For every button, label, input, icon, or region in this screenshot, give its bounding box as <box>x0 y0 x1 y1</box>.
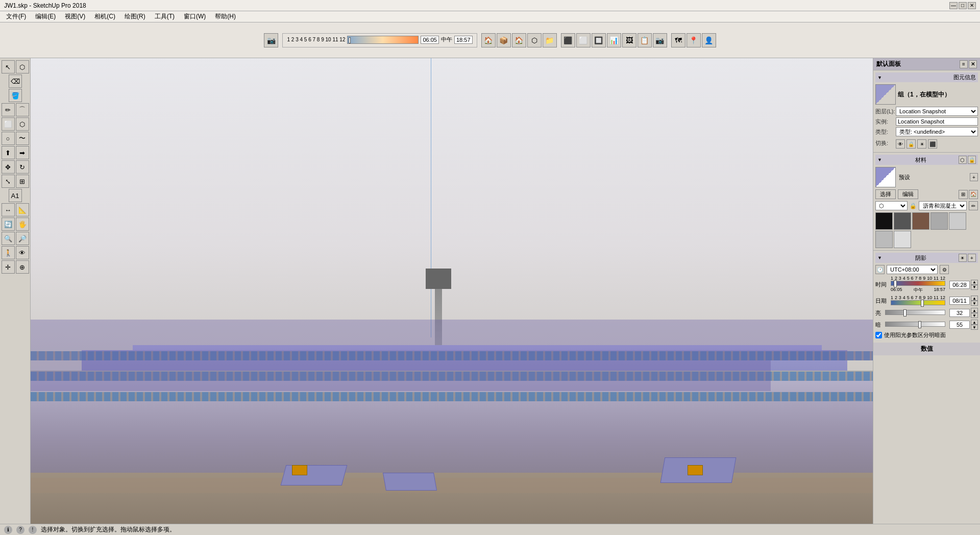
toolbar-scene2[interactable]: 📦 <box>497 33 511 47</box>
edit-tab[interactable]: 编辑 <box>898 189 918 199</box>
push-pull-tool[interactable]: ⬆ <box>2 146 15 159</box>
bright-spin-down[interactable]: ▼ <box>971 313 978 318</box>
toolbar-view5[interactable]: 🖼 <box>622 33 636 47</box>
freehand-tool[interactable]: 〜 <box>16 132 29 145</box>
time-bar[interactable] <box>347 36 419 44</box>
date-spin-up[interactable]: ▲ <box>971 296 978 301</box>
bright-spin-up[interactable]: ▲ <box>971 308 978 313</box>
swatch-light-gray[interactable] <box>930 212 948 230</box>
sun-checkbox[interactable] <box>875 332 882 338</box>
shadow-section-title[interactable]: ▼ 阴影 ☀ + <box>875 253 978 263</box>
mat-home-icon[interactable]: 🏠 <box>969 190 978 199</box>
protractor-tool[interactable]: 📐 <box>16 203 29 216</box>
time-spin-up[interactable]: ▲ <box>971 280 978 285</box>
instance-input[interactable] <box>896 117 978 126</box>
toggle-cast-shadow[interactable]: ☀ <box>917 139 926 149</box>
close-button[interactable]: ✕ <box>968 2 976 9</box>
swatch-black[interactable] <box>875 212 893 230</box>
toolbar-scene4[interactable]: ⬡ <box>527 33 542 47</box>
line-tool[interactable]: ✏ <box>2 103 15 116</box>
material-pencil[interactable]: ✏ <box>969 201 978 210</box>
material-add-icon[interactable]: + <box>970 173 978 181</box>
menu-camera[interactable]: 相机(C) <box>90 11 119 22</box>
bright-thumb[interactable] <box>903 309 906 317</box>
polygon-tool[interactable]: ⬡ <box>16 117 29 131</box>
shadow-icon-1[interactable]: ☀ <box>959 254 967 262</box>
swatch-light-gray-4[interactable] <box>894 231 911 248</box>
material-category-select[interactable]: ⬡ <box>875 201 908 210</box>
material-section-title[interactable]: ▼ 材料 ⬡ 🔒 <box>875 155 978 165</box>
status-help-icon[interactable]: ? <box>16 526 24 534</box>
time-slider-thumb[interactable] <box>894 280 897 287</box>
arc-tool[interactable]: ⌒ <box>16 103 29 116</box>
menu-edit[interactable]: 编辑(E) <box>31 11 60 22</box>
bright-input[interactable] <box>949 309 970 317</box>
maximize-button[interactable]: □ <box>959 2 967 9</box>
date-value-input[interactable] <box>949 297 970 305</box>
material-icon-2[interactable]: 🔒 <box>968 156 976 164</box>
text-tool[interactable]: A1 <box>9 189 22 202</box>
eraser-tool[interactable]: ⌫ <box>9 75 22 88</box>
toolbar-geo2[interactable]: 📍 <box>687 33 701 47</box>
entity-info-title[interactable]: ▼ 图元信息 <box>875 72 978 82</box>
time-slider-gradient[interactable] <box>891 281 945 286</box>
select-tab[interactable]: 选择 <box>875 189 896 199</box>
dark-slider[interactable] <box>885 322 945 327</box>
dark-input[interactable] <box>949 321 970 329</box>
swatch-light-gray-2[interactable] <box>949 212 966 230</box>
zoom-tool[interactable]: 🔍 <box>2 232 15 245</box>
toolbar-view1[interactable]: ⬛ <box>561 33 575 47</box>
type-select[interactable]: 类型: <undefined> <box>896 127 978 136</box>
material-name-select[interactable]: 沥青和混凝土 <box>919 201 967 210</box>
walk-tool[interactable]: 🚶 <box>2 246 15 259</box>
minimize-button[interactable]: — <box>949 2 958 9</box>
panel-close[interactable]: ✕ <box>969 60 977 68</box>
timezone-select[interactable]: UTC+08:00 <box>887 265 938 274</box>
menu-draw[interactable]: 绘图(R) <box>120 11 150 22</box>
bright-slider[interactable] <box>885 310 945 315</box>
shadow-setting-icon[interactable]: ⚙ <box>940 265 949 274</box>
dark-spin-down[interactable]: ▼ <box>971 325 978 330</box>
toolbar-scene1[interactable]: 🏠 <box>481 33 496 47</box>
toolbar-view4[interactable]: 📊 <box>607 33 621 47</box>
toggle-eye[interactable]: 👁 <box>896 139 905 149</box>
orbit-tool[interactable]: 🔄 <box>2 217 15 231</box>
follow-tool[interactable]: ➡ <box>16 146 29 159</box>
date-slider-thumb[interactable] <box>921 300 924 307</box>
time-value-input[interactable] <box>949 281 970 289</box>
menu-view[interactable]: 视图(V) <box>61 11 89 22</box>
component-tool[interactable]: ⬡ <box>16 60 29 74</box>
rotate-tool[interactable]: ↻ <box>16 160 29 174</box>
toolbar-geo3[interactable]: 👤 <box>702 33 716 47</box>
toolbar-geo1[interactable]: 🗺 <box>671 33 685 47</box>
circle-tool[interactable]: ○ <box>2 132 15 145</box>
dark-thumb[interactable] <box>918 321 921 328</box>
swatch-light-gray-3[interactable] <box>875 231 893 248</box>
rect-tool[interactable]: ⬜ <box>2 117 15 131</box>
section-tool[interactable]: ✛ <box>2 260 15 274</box>
toolbar-scene5[interactable]: 📁 <box>543 33 557 47</box>
toolbar-view2[interactable]: ⬜ <box>576 33 591 47</box>
toolbar-view6[interactable]: 📋 <box>638 33 652 47</box>
mat-grid-icon[interactable]: ⊞ <box>959 190 968 199</box>
dark-spin-up[interactable]: ▲ <box>971 320 978 325</box>
pan-tool[interactable]: 🖐 <box>16 217 29 231</box>
swatch-dark-gray[interactable] <box>894 212 911 230</box>
paint-tool[interactable]: 🪣 <box>9 89 22 102</box>
material-icon-1[interactable]: ⬡ <box>959 156 967 164</box>
swatch-brown[interactable] <box>912 212 929 230</box>
look-tool[interactable]: 👁 <box>16 246 29 259</box>
status-info-icon[interactable]: ℹ <box>4 526 12 534</box>
menu-file[interactable]: 文件(F) <box>2 11 30 22</box>
select-tool[interactable]: ↖ <box>2 60 15 74</box>
menu-window[interactable]: 窗口(W) <box>180 11 210 22</box>
time-spin-down[interactable]: ▼ <box>971 285 978 290</box>
shadow-icon-2[interactable]: + <box>968 254 976 262</box>
panel-icon-1[interactable]: ≡ <box>960 60 968 68</box>
toolbar-btn-1[interactable]: 📷 <box>264 33 278 47</box>
canvas-area[interactable] <box>31 58 873 524</box>
menu-help[interactable]: 帮助(H) <box>211 11 240 22</box>
zoom-ext-tool[interactable]: 🔎 <box>16 232 29 245</box>
date-slider-gradient[interactable] <box>891 300 945 305</box>
status-warning-icon[interactable]: ! <box>29 526 37 534</box>
